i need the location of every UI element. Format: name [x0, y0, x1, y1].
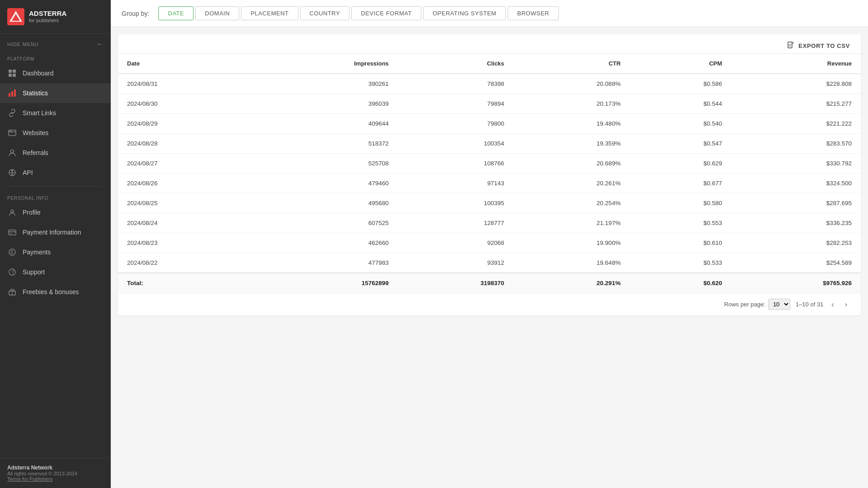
- table-row: 2024/08/24 607525 128777 21.197% $0.553 …: [118, 213, 861, 233]
- svg-point-15: [11, 210, 14, 213]
- cell-clicks: 100354: [398, 134, 514, 154]
- next-page-button[interactable]: ›: [842, 300, 850, 310]
- cell-ctr: 20.261%: [513, 174, 630, 193]
- filter-tabs: DATE DOMAIN PLACEMENT COUNTRY DEVICE FOR…: [158, 6, 558, 20]
- api-icon: [7, 168, 17, 178]
- dashboard-label: Dashboard: [23, 70, 54, 77]
- filter-tab-browser[interactable]: BROWSER: [508, 6, 559, 20]
- sidebar-item-profile[interactable]: Profile: [0, 202, 111, 222]
- export-csv-icon: [787, 42, 795, 50]
- totals-impressions: 15762899: [252, 273, 398, 293]
- footer-terms-link[interactable]: Terms for Publishers: [7, 476, 52, 482]
- freebies-icon: [7, 287, 17, 297]
- prev-page-button[interactable]: ‹: [829, 300, 836, 310]
- sidebar-item-dashboard[interactable]: Dashboard: [0, 63, 111, 83]
- filter-tab-domain[interactable]: DOMAIN: [195, 6, 239, 20]
- brand-name: ADSTERRA: [29, 9, 66, 18]
- svg-text:?: ?: [11, 269, 14, 276]
- sidebar-footer: Adsterra Network All rights reserved © 2…: [0, 458, 111, 488]
- hide-menu-label: HIDE MENU: [7, 42, 39, 47]
- payments-label: Payments: [23, 249, 51, 256]
- nav-divider: [7, 186, 104, 187]
- sidebar-item-api[interactable]: API: [0, 163, 111, 183]
- cell-ctr: 20.173%: [513, 94, 630, 114]
- cell-clicks: 97143: [398, 174, 514, 193]
- filter-tab-operating-system[interactable]: OPERATING SYSTEM: [423, 6, 506, 20]
- cell-cpm: $0.540: [630, 114, 731, 134]
- profile-icon: [7, 207, 17, 217]
- export-csv-button[interactable]: EXPORT TO CSV: [787, 42, 850, 50]
- cell-impressions: 477983: [252, 253, 398, 273]
- table-row: 2024/08/29 409644 79800 19.480% $0.540 $…: [118, 114, 861, 134]
- cell-ctr: 19.900%: [513, 233, 630, 253]
- filter-tab-country[interactable]: COUNTRY: [300, 6, 350, 20]
- sidebar-item-payments[interactable]: $ Payments: [0, 242, 111, 262]
- totals-revenue: $9765.926: [731, 273, 861, 293]
- payment-information-icon: [7, 227, 17, 237]
- cell-date: 2024/08/25: [118, 193, 252, 213]
- cell-cpm: $0.629: [630, 154, 731, 174]
- filter-tab-date[interactable]: DATE: [158, 6, 193, 20]
- cell-cpm: $0.610: [630, 233, 731, 253]
- export-row: EXPORT TO CSV: [118, 34, 861, 53]
- dashboard-icon: [7, 68, 17, 78]
- col-revenue: Revenue: [731, 54, 861, 74]
- cell-ctr: 21.197%: [513, 213, 630, 233]
- totals-label: Total:: [118, 273, 252, 293]
- sidebar-item-smart-links[interactable]: Smart Links: [0, 103, 111, 123]
- cell-clicks: 108766: [398, 154, 514, 174]
- cell-clicks: 100395: [398, 193, 514, 213]
- export-csv-label: EXPORT TO CSV: [798, 42, 850, 49]
- logo: ADSTERRA for publishers: [0, 0, 111, 34]
- statistics-icon: [7, 88, 17, 98]
- sidebar-item-referrals[interactable]: Referrals: [0, 143, 111, 163]
- cell-clicks: 78398: [398, 74, 514, 94]
- cell-ctr: 19.359%: [513, 134, 630, 154]
- table-footer: Total: 15762899 3198370 20.291% $0.620 $…: [118, 273, 861, 293]
- col-clicks: Clicks: [398, 54, 514, 74]
- footer-copyright: All rights reserved © 2013-2024: [7, 471, 104, 476]
- filter-tab-placement[interactable]: PLACEMENT: [241, 6, 298, 20]
- cell-revenue: $336.235: [731, 213, 861, 233]
- sidebar-item-support[interactable]: ? Support: [0, 262, 111, 282]
- rows-per-page-label: Rows per page:: [724, 301, 765, 308]
- cell-clicks: 79894: [398, 94, 514, 114]
- cell-impressions: 390261: [252, 74, 398, 94]
- totals-ctr: 20.291%: [513, 273, 630, 293]
- cell-cpm: $0.553: [630, 213, 731, 233]
- sidebar-item-statistics[interactable]: Statistics: [0, 83, 111, 103]
- sidebar-item-websites[interactable]: Websites: [0, 123, 111, 143]
- footer-brand: Adsterra Network: [7, 465, 104, 471]
- cell-revenue: $221.222: [731, 114, 861, 134]
- cell-revenue: $228.808: [731, 74, 861, 94]
- table-body: 2024/08/31 390261 78398 20.088% $0.586 $…: [118, 74, 861, 273]
- filter-tab-device-format[interactable]: DEVICE FORMAT: [351, 6, 421, 20]
- sidebar-item-payment-information[interactable]: Payment Information: [0, 222, 111, 242]
- cell-ctr: 19.648%: [513, 253, 630, 273]
- svg-rect-6: [13, 74, 16, 77]
- svg-text:$: $: [11, 250, 14, 255]
- svg-point-11: [9, 131, 10, 131]
- col-date: Date: [118, 54, 252, 74]
- cell-revenue: $324.500: [731, 174, 861, 193]
- cell-date: 2024/08/30: [118, 94, 252, 114]
- adsterra-logo-icon: [7, 8, 24, 25]
- sidebar-item-freebies[interactable]: Freebies & bonuses: [0, 282, 111, 302]
- table-header-row: Date Impressions Clicks CTR CPM Revenue: [118, 54, 861, 74]
- svg-point-13: [11, 150, 14, 153]
- table-row: 2024/08/25 495680 100395 20.254% $0.580 …: [118, 193, 861, 213]
- cell-cpm: $0.533: [630, 253, 731, 273]
- cell-revenue: $330.792: [731, 154, 861, 174]
- svg-rect-7: [9, 93, 10, 97]
- cell-date: 2024/08/24: [118, 213, 252, 233]
- svg-rect-16: [9, 230, 16, 235]
- col-impressions: Impressions: [252, 54, 398, 74]
- totals-clicks: 3198370: [398, 273, 514, 293]
- hide-menu-arrow-icon[interactable]: ←: [96, 40, 104, 48]
- rows-per-page-select[interactable]: 10 25 50: [768, 299, 790, 310]
- page-info: 1–10 of 31: [796, 301, 823, 308]
- table-row: 2024/08/28 518372 100354 19.359% $0.547 …: [118, 134, 861, 154]
- smart-links-label: Smart Links: [23, 109, 56, 117]
- brand-sub: for publishers: [29, 18, 66, 23]
- cell-date: 2024/08/26: [118, 174, 252, 193]
